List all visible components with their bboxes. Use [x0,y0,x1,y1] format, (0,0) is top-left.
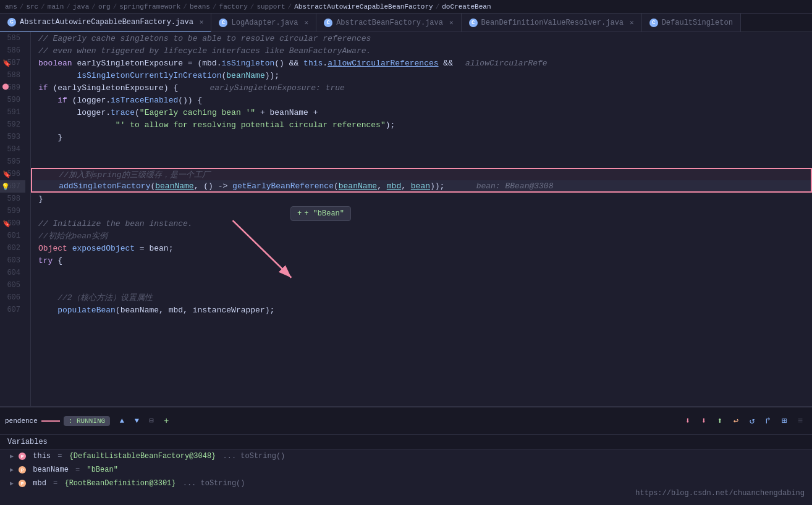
code-line-589: if (earlySingletonExposure) { earlySingl… [31,81,812,94]
tab-label: DefaultSingleton [662,19,733,27]
bookmark-icon-596: 🔖 [2,170,11,178]
code-line-585: // Eagerly cache singletons to be able t… [31,32,812,44]
code-line-588: isSingletonCurrentlyInCreation ( beanNam… [31,69,812,81]
pendence-label: pendence [5,417,38,425]
tooltip-plus: + [297,209,302,218]
code-line-603: try { [31,254,812,267]
variable-item-mbd[interactable]: ▶ P mbd = {RootBeanDefinition@3301} ... … [0,477,812,490]
code-line-606: //2（核心方法）设置属性 [31,291,812,304]
var-name-mbd: mbd [28,479,46,488]
breadcrumb-item: ans [5,3,17,10]
variables-title: Variables [7,438,48,446]
code-line-597: addSingletonFactory ( beanName , () -> g… [31,180,812,193]
tab-beandefinitionvalueresolver[interactable]: C BeanDefinitionValueResolver.java ✕ [462,14,642,32]
variable-item-beanname[interactable]: ▶ P beanName = "bBean" [0,463,812,477]
breadcrumb-item: beans [190,3,210,10]
code-line-605 [31,279,812,291]
code-content: // Eagerly cache singletons to be able t… [31,32,812,406]
breadcrumb-method: doCreateBean [442,3,491,10]
close-icon[interactable]: ✕ [630,19,634,27]
breadcrumb-bar: ans / src / main / java / org / springfr… [0,0,812,14]
close-icon[interactable]: ✕ [449,19,454,27]
breakpoint-icon [2,84,10,92]
tab-icon-c: C [649,19,658,27]
tab-icon-c: C [324,19,332,27]
filter-btn[interactable]: ⊟ [146,415,157,427]
breadcrumb-item: support [256,3,285,10]
tab-defaultsingleton[interactable]: C DefaultSingleton [642,14,741,32]
var-icon-mbd: P [19,480,26,487]
code-line-607: populateBean (beanName, mbd, instanceWra… [31,304,812,316]
code-line-587: boolean earlySingletonExposure = (mbd. i… [31,57,812,69]
code-line-600: // Initialize the bean instance. [31,217,812,230]
running-badge: : RUNNING [64,416,110,426]
var-val-mbd: {RootBeanDefinition@3301} [64,479,176,488]
line-number-gutter: 585 586 587 🔖 588 589 590 591 592 593 [0,32,31,406]
variables-header: Variables [0,435,812,449]
debug-table-btn[interactable]: ⊞ [777,414,791,428]
code-line-601: //初始化bean实例 [31,230,812,242]
tooltip-text: + "bBean" [304,209,344,218]
code-line-595 [31,156,812,168]
tab-icon-c: C [469,19,478,27]
breadcrumb-item-active: AbstractAutowireCapableBeanFactory [294,3,433,10]
bookmark-icon: 🔖 [2,59,11,67]
code-line-602: Object exposedObject = bean; [31,242,812,254]
var-name-this: this [28,452,51,461]
debug-toolbar: pendence : RUNNING ▲ ▼ ⊟ + ⬇ ⬇ ⬆ ↩ ↺ ↱ ⊞… [0,407,812,434]
add-watch-btn[interactable]: + [161,415,172,427]
tab-icon-c: C [219,19,227,27]
debug-evaluate-btn[interactable]: ↺ [745,414,759,428]
debug-more-btn[interactable]: ≡ [793,414,807,428]
debug-down-btn[interactable]: ▼ [131,415,142,427]
code-line-598: } [31,193,812,205]
tab-label: BeanDefinitionValueResolver.java [481,19,624,27]
tab-label: LogAdapter.java [231,19,298,27]
var-icon-this: P [19,453,26,460]
debug-hint-597: bean: BBean@3308 [457,182,553,191]
debug-run-cursor-btn[interactable]: ↩ [729,414,743,428]
code-line-586: // even when triggered by lifecycle inte… [31,44,812,57]
debug-step-out-btn[interactable]: ⬆ [713,414,727,428]
current-line-arrow: 💡 [1,183,10,191]
var-val-this: {DefaultListableBeanFactory@3048} [69,452,216,461]
expand-arrow-beanname[interactable]: ▶ [10,466,14,474]
code-line-599 [31,205,812,217]
code-line-593: } [31,131,812,143]
tab-icon-c: C [7,18,16,27]
code-line-604 [31,267,812,279]
debug-step-over-btn[interactable]: ⬇ [681,414,695,428]
breadcrumb-item: java [73,3,89,10]
close-icon[interactable]: ✕ [305,19,309,27]
breadcrumb-item: main [48,3,64,10]
debug-up-btn[interactable]: ▲ [116,415,127,427]
tab-label: AbstractAutowireCapableBeanFactory.java [20,18,193,27]
watermark: https://blog.csdn.net/chuanchengdabing [635,489,805,498]
breadcrumb-item: factory [219,3,248,10]
code-line-594 [31,143,812,156]
expand-arrow-mbd[interactable]: ▶ [10,480,14,487]
tab-abstract-autowire[interactable]: C AbstractAutowireCapableBeanFactory.jav… [0,14,211,32]
var-icon-beanname: P [19,466,26,474]
tab-bar: C AbstractAutowireCapableBeanFactory.jav… [0,14,812,32]
tab-label: AbstractBeanFactory.java [336,19,443,27]
breadcrumb-item: org [98,3,111,10]
var-name-beanname: beanName [28,465,69,474]
breadcrumb-item: springframework [119,3,180,10]
close-icon[interactable]: ✕ [200,18,204,26]
debug-force-btn[interactable]: ↱ [761,414,775,428]
debug-step-into-btn[interactable]: ⬇ [697,414,711,428]
bookmark-icon-600: 🔖 [2,220,11,228]
tooltip-popup: + + "bBean" [290,206,351,221]
code-editor: 585 586 587 🔖 588 589 590 591 592 593 [0,32,812,406]
code-line-596: //加入到spring的三级缓存，是一个工厂 [31,168,812,180]
breadcrumb-item: src [26,3,38,10]
code-line-591: logger. trace ( "Eagerly caching bean '"… [31,106,812,119]
code-line-592: "' to allow for resolving potential circ… [31,119,812,131]
tab-logadapter[interactable]: C LogAdapter.java ✕ [211,14,316,32]
code-line-590: if (logger. isTraceEnabled ()) { [31,94,812,106]
var-val-beanname: "bBean" [87,465,117,474]
variable-item-this[interactable]: ▶ P this = {DefaultListableBeanFactory@3… [0,449,812,463]
expand-arrow-this[interactable]: ▶ [10,453,14,460]
tab-abstractbeanfactory[interactable]: C AbstractBeanFactory.java ✕ [316,14,461,32]
